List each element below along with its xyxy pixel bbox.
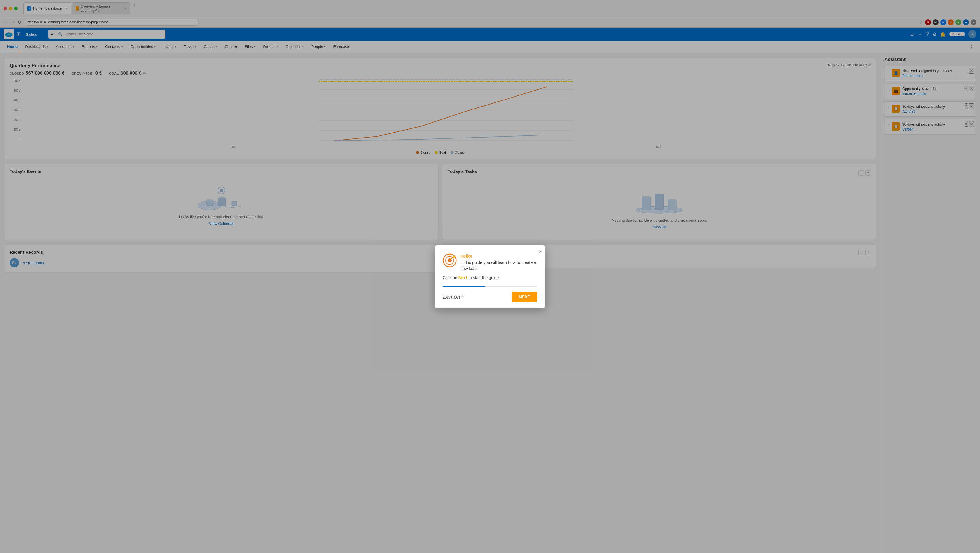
instruction-prefix: Click on [443,275,458,280]
lemon-logo-svg: Lemon [443,292,466,300]
modal-footer: Lemon NEXT [443,292,537,302]
lemon-logo: Lemon [443,292,466,302]
modal-header: Hello! In this guide you will learn how … [443,253,537,272]
modal-progress [443,286,537,287]
next-button[interactable]: NEXT [512,292,537,302]
svg-text:Lemon: Lemon [443,293,460,300]
modal-instruction: Click on Next to start the guide. [443,275,537,280]
instruction-next-text: Next [458,275,467,280]
instruction-suffix: to start the guide. [467,275,500,280]
modal-body: Hello! In this guide you will learn how … [460,253,537,272]
modal-description: In this guide you will learn how to crea… [460,259,537,272]
progress-bar [443,286,537,287]
modal-close-button[interactable]: ✕ [538,249,542,254]
svg-point-27 [453,256,455,258]
modal-hello: Hello! [460,253,537,258]
lemon-learning-modal: ✕ Hello! In this guide you will learn ho… [434,245,546,308]
modal-backdrop: ✕ Hello! In this guide you will learn ho… [0,0,980,553]
progress-fill [443,286,485,287]
lemon-target-icon [443,253,457,267]
